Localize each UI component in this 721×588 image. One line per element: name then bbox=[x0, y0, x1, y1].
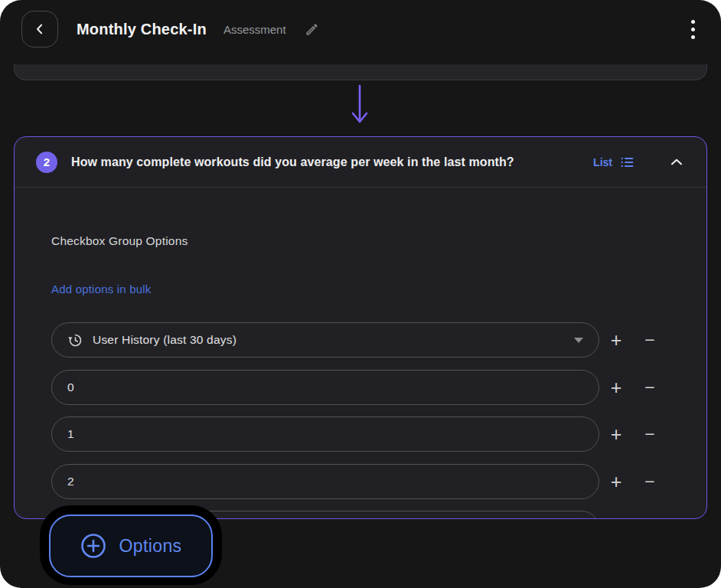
option-value: 1 bbox=[67, 427, 74, 441]
add-option-button[interactable]: + bbox=[599, 511, 633, 519]
caret-down-icon bbox=[574, 338, 583, 343]
add-option-button[interactable]: + bbox=[599, 416, 633, 452]
option-value-input[interactable]: 2 bbox=[51, 464, 599, 499]
list-icon bbox=[619, 155, 635, 170]
previous-question-card-collapsed[interactable] bbox=[14, 64, 707, 80]
overflow-menu-button[interactable] bbox=[687, 15, 700, 44]
chevron-left-icon bbox=[32, 21, 47, 37]
option-row: 0 + − bbox=[51, 370, 667, 405]
page-title: Monthly Check-In bbox=[77, 21, 207, 38]
option-row: 1 + − bbox=[51, 416, 667, 452]
option-row: User History (last 30 days) + − bbox=[51, 322, 667, 358]
collapse-card-button[interactable] bbox=[667, 152, 687, 172]
user-history-dropdown[interactable]: User History (last 30 days) bbox=[51, 322, 599, 358]
options-button-highlight-ring: Options bbox=[40, 505, 222, 585]
question-text: How many complete workouts did you avera… bbox=[71, 155, 592, 169]
edit-title-button[interactable] bbox=[302, 19, 322, 40]
option-value-input[interactable]: 1 bbox=[51, 416, 599, 452]
page-subtitle: Assessment bbox=[223, 23, 286, 36]
arrow-down-icon bbox=[349, 83, 370, 129]
pencil-icon bbox=[305, 22, 319, 37]
question-card-header: 2 How many complete workouts did you ave… bbox=[15, 137, 706, 188]
dropdown-value: User History (last 30 days) bbox=[93, 333, 237, 347]
question-card: 2 How many complete workouts did you ave… bbox=[14, 136, 707, 519]
assessment-editor-screen: Monthly Check-In Assessment 2 How many c… bbox=[0, 0, 721, 588]
kebab-icon bbox=[691, 20, 695, 24]
remove-option-button[interactable]: − bbox=[633, 464, 667, 499]
remove-option-button[interactable]: − bbox=[633, 322, 667, 358]
remove-option-button[interactable]: − bbox=[633, 370, 667, 405]
add-option-button[interactable]: + bbox=[599, 464, 633, 499]
question-type-button[interactable]: List bbox=[592, 153, 636, 172]
plus-circle-icon bbox=[80, 532, 107, 560]
options-button-label: Options bbox=[119, 536, 181, 557]
add-options-in-bulk-link[interactable]: Add options in bulk bbox=[51, 283, 152, 296]
option-row: 2 + − bbox=[51, 464, 667, 499]
add-option-button[interactable]: + bbox=[599, 370, 633, 405]
remove-option-button[interactable]: − bbox=[633, 416, 667, 452]
question-type-label: List bbox=[593, 156, 612, 168]
options-button[interactable]: Options bbox=[49, 514, 213, 577]
chevron-up-icon bbox=[668, 154, 685, 171]
history-clock-icon bbox=[67, 332, 83, 348]
option-value: 0 bbox=[67, 381, 74, 394]
option-value-input[interactable]: 0 bbox=[51, 370, 599, 405]
section-title: Checkbox Group Options bbox=[51, 234, 188, 248]
add-option-button[interactable]: + bbox=[599, 322, 633, 358]
question-number-badge: 2 bbox=[36, 152, 57, 173]
option-value: 2 bbox=[67, 475, 74, 488]
back-button[interactable] bbox=[21, 11, 58, 47]
top-bar: Monthly Check-In Assessment bbox=[0, 0, 721, 58]
